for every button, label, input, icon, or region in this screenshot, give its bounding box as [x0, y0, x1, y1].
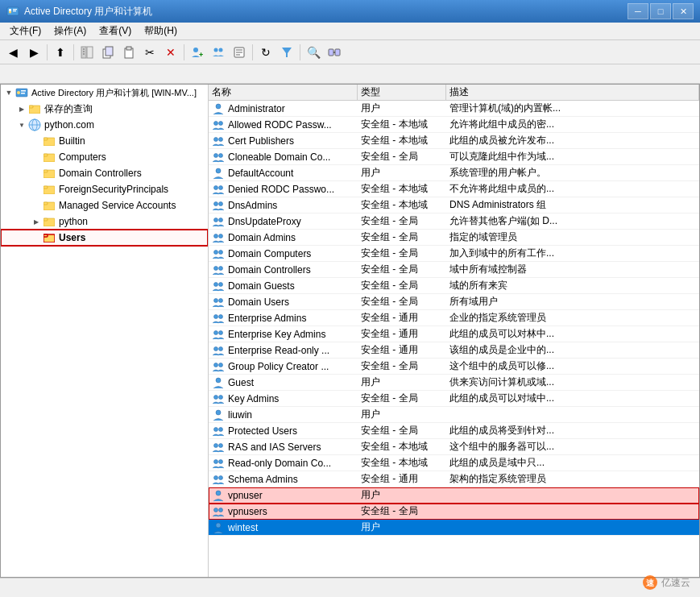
- root-toggle[interactable]: ▼: [2, 86, 15, 99]
- back-button[interactable]: ◀: [3, 43, 23, 62]
- svg-point-76: [219, 330, 223, 334]
- row-type: 安全组 - 本地域: [358, 134, 446, 147]
- python-com-label: python.com: [44, 119, 94, 131]
- group-icon: [212, 392, 225, 405]
- new-group-button[interactable]: [209, 43, 228, 62]
- row-desc: 这个组中的成员可以修...: [446, 359, 699, 373]
- col-type[interactable]: 类型: [358, 85, 446, 100]
- cut-button[interactable]: ✂: [140, 43, 159, 62]
- menu-help[interactable]: 帮助(H): [138, 23, 184, 39]
- menu-action[interactable]: 操作(A): [48, 23, 93, 39]
- row-desc: 指定的域管理员: [446, 230, 699, 244]
- table-row[interactable]: liuwin用户: [209, 407, 699, 423]
- svg-point-58: [219, 185, 223, 189]
- table-row[interactable]: Guest用户供来宾访问计算机或域...: [209, 375, 699, 391]
- table-row[interactable]: Domain Controllers安全组 - 全局域中所有域控制器: [209, 262, 699, 278]
- user-icon: [212, 376, 225, 389]
- menu-view[interactable]: 查看(V): [93, 23, 138, 39]
- table-row[interactable]: Cloneable Domain Co...安全组 - 全局可以克隆此组中作为域…: [209, 149, 699, 165]
- col-name[interactable]: 名称: [209, 85, 358, 100]
- table-row[interactable]: DefaultAccount用户系统管理的用户帐户。: [209, 165, 699, 181]
- svg-rect-24: [335, 49, 340, 56]
- group-icon: [212, 360, 225, 373]
- row-name: Enterprise Read-only ...: [228, 345, 329, 356]
- table-row[interactable]: Domain Guests安全组 - 全局域的所有来宾: [209, 278, 699, 294]
- separator-5: [300, 44, 300, 60]
- table-row[interactable]: Read-only Domain Co...安全组 - 本地域此组的成员是域中只…: [209, 455, 699, 471]
- tree-users[interactable]: ▶ Users: [1, 230, 208, 246]
- svg-point-85: [214, 427, 218, 431]
- group-icon: [212, 151, 225, 164]
- table-row[interactable]: DnsUpdateProxy安全组 - 全局允许替其他客户端(如 D...: [209, 214, 699, 230]
- table-row[interactable]: Administrator用户管理计算机(域)的内置帐...: [209, 101, 699, 117]
- col-desc[interactable]: 描述: [446, 85, 699, 100]
- python-com-toggle[interactable]: ▼: [15, 118, 28, 131]
- tree-root-label: Active Directory 用户和计算机 [WIN-MV...]: [31, 87, 197, 99]
- find-button[interactable]: 🔍: [304, 43, 323, 62]
- table-row[interactable]: Denied RODC Passwo...安全组 - 本地域不允许将此组中成员的…: [209, 181, 699, 197]
- svg-point-64: [219, 234, 223, 238]
- table-row[interactable]: Key Admins安全组 - 全局此组的成员可以对域中...: [209, 391, 699, 407]
- svg-rect-3: [13, 10, 16, 11]
- up-button[interactable]: ⬆: [51, 43, 70, 62]
- tree-computers[interactable]: ▶ Computers: [1, 149, 208, 165]
- table-row[interactable]: Domain Computers安全组 - 全局加入到域中的所有工作...: [209, 246, 699, 262]
- tree-domain-controllers[interactable]: ▶ Domain Controllers: [1, 165, 208, 181]
- table-row[interactable]: Enterprise Admins安全组 - 通用企业的指定系统管理员: [209, 310, 699, 326]
- minimize-button[interactable]: ─: [628, 3, 648, 19]
- row-desc: 该组的成员是企业中的...: [446, 343, 699, 357]
- delete-button[interactable]: ✕: [161, 43, 180, 62]
- svg-rect-38: [43, 154, 48, 156]
- table-row[interactable]: vpnuser用户: [209, 487, 699, 504]
- svg-point-81: [216, 378, 221, 383]
- table-row[interactable]: wintest用户: [209, 520, 699, 536]
- copy-button[interactable]: [98, 43, 118, 62]
- python-toggle[interactable]: ▶: [30, 215, 43, 228]
- table-row[interactable]: Enterprise Read-only ...安全组 - 通用该组的成员是企业…: [209, 342, 699, 359]
- table-row[interactable]: Cert Publishers安全组 - 本地域此组的成员被允许发布...: [209, 133, 699, 149]
- maximize-button[interactable]: □: [650, 3, 671, 19]
- table-row[interactable]: Domain Admins安全组 - 全局指定的域管理员: [209, 230, 699, 246]
- row-type: 安全组 - 通用: [358, 343, 446, 357]
- saved-queries-toggle[interactable]: ▶: [15, 102, 28, 115]
- paste-button[interactable]: [119, 43, 139, 62]
- close-button[interactable]: ✕: [673, 3, 694, 19]
- connect-button[interactable]: [325, 43, 344, 62]
- table-row[interactable]: Protected Users安全组 - 全局此组的成员将受到针对...: [209, 423, 699, 439]
- row-name: DnsAdmins: [228, 200, 277, 211]
- refresh-button[interactable]: ↻: [256, 43, 275, 62]
- show-tree-button[interactable]: [77, 43, 97, 62]
- row-name: wintest: [228, 522, 258, 533]
- table-row[interactable]: RAS and IAS Servers安全组 - 本地域这个组中的服务器可以..…: [209, 439, 699, 455]
- table-row[interactable]: Domain Users安全组 - 全局所有域用户: [209, 294, 699, 310]
- table-row[interactable]: Enterprise Key Admins安全组 - 通用此组的成员可以对林中.…: [209, 326, 699, 342]
- tree-python-com[interactable]: ▼ python.com: [1, 117, 208, 133]
- row-name: RAS and IAS Servers: [228, 442, 321, 453]
- row-name: vpnusers: [228, 506, 267, 517]
- row-type: 用户: [358, 102, 446, 115]
- forward-button[interactable]: ▶: [24, 43, 43, 62]
- menu-file[interactable]: 文件(F): [3, 23, 48, 39]
- tree-managed-service[interactable]: ▶ Managed Service Accounts: [1, 197, 208, 214]
- table-row[interactable]: Allowed RODC Passw...安全组 - 本地域允许将此组中成员的密…: [209, 117, 699, 133]
- group-icon: [212, 473, 225, 486]
- row-type: 用户: [358, 520, 446, 534]
- tree-root[interactable]: ▼ Active Directory 用户和计算机 [WIN-MV...]: [1, 85, 208, 101]
- tree-builtin[interactable]: ▶ Builtin: [1, 133, 208, 149]
- window-controls: ─ □ ✕: [628, 3, 694, 19]
- new-user-button[interactable]: +: [188, 43, 207, 62]
- table-row[interactable]: DnsAdmins安全组 - 本地域DNS Administrators 组: [209, 197, 699, 214]
- svg-point-67: [214, 266, 218, 270]
- table-row[interactable]: Schema Admins安全组 - 通用架构的指定系统管理员: [209, 471, 699, 487]
- filter-button[interactable]: [277, 43, 296, 62]
- table-row[interactable]: vpnusers安全组 - 全局: [209, 504, 699, 520]
- properties-button[interactable]: [230, 43, 249, 62]
- svg-point-55: [219, 153, 223, 157]
- group-icon: [212, 457, 225, 470]
- tree-saved-queries[interactable]: ▶ 保存的查询: [1, 101, 208, 117]
- tree-python[interactable]: ▶ python: [1, 214, 208, 230]
- svg-point-93: [216, 491, 221, 495]
- tree-foreign-security[interactable]: ▶ ForeignSecurityPrincipals: [1, 181, 208, 197]
- table-row[interactable]: Group Policy Creator ...安全组 - 全局这个组中的成员可…: [209, 359, 699, 375]
- users-label: Users: [59, 232, 85, 243]
